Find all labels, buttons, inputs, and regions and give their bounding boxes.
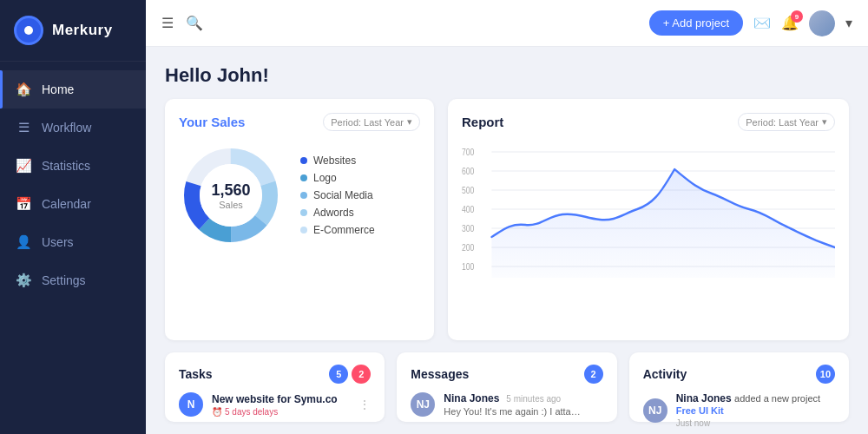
header-right: + Add project ✉️ 🔔 9 ▾ — [649, 10, 852, 36]
report-card-header: Report Period: Last Year ▾ — [462, 113, 835, 131]
chevron-down-icon[interactable]: ▾ — [845, 15, 852, 31]
activity-info: Nina Jones added a new project Free UI K… — [676, 392, 835, 428]
users-icon: 👤 — [16, 234, 31, 250]
workflow-icon: ☰ — [16, 120, 31, 135]
activity-card-title: Activity — [643, 367, 687, 381]
sidebar-item-home-label: Home — [42, 82, 74, 96]
avatar-image — [809, 10, 835, 36]
clock-icon: ⏰ — [212, 407, 222, 417]
sidebar-item-users-label: Users — [42, 235, 74, 249]
calendar-icon: 📅 — [16, 196, 31, 212]
page-title: Hello John! — [165, 64, 849, 87]
donut-container: 1,560 Sales Websites Logo — [179, 143, 420, 247]
sidebar-item-home[interactable]: 🏠 Home — [0, 70, 146, 108]
sales-period-label: Period: Last Year — [331, 117, 404, 128]
donut-center: 1,560 Sales — [211, 181, 250, 210]
tasks-badge-delayed: 2 — [352, 365, 371, 384]
task-title: New website for Symu.co — [212, 393, 350, 405]
svg-text:600: 600 — [462, 167, 474, 176]
sidebar-item-users[interactable]: 👤 Users — [0, 223, 146, 261]
sales-legend: Websites Logo Social Media Adwords — [300, 155, 375, 236]
legend-dot-social — [300, 192, 307, 199]
bottom-cards-row: Tasks 5 2 N New website for Symu.co ⏰ 5 … — [165, 352, 849, 422]
sales-period-selector[interactable]: Period: Last Year ▾ — [323, 113, 420, 131]
legend-dot-logo — [300, 174, 307, 181]
task-info: New website for Symu.co ⏰ 5 days delays — [212, 393, 350, 417]
legend-item-ecommerce: E-Commerce — [300, 224, 375, 236]
notifications-button[interactable]: 🔔 9 — [781, 15, 799, 31]
svg-text:500: 500 — [462, 186, 474, 195]
sidebar-item-calendar-label: Calendar — [42, 197, 91, 211]
svg-text:700: 700 — [462, 148, 474, 157]
legend-item-logo: Logo — [300, 172, 375, 184]
activity-card: Activity 10 NJ Nina Jones added a new pr… — [629, 352, 849, 422]
sales-card: Your Sales Period: Last Year ▾ — [165, 99, 434, 340]
report-period-label: Period: Last Year — [746, 117, 819, 128]
sales-period-chevron: ▾ — [407, 116, 412, 128]
activity-action: added a new project — [734, 393, 820, 404]
donut-label: Sales — [211, 200, 250, 210]
message-time: 5 minutes ago — [506, 394, 561, 404]
activity-time-text: Just now — [676, 418, 710, 428]
report-period-chevron: ▾ — [822, 116, 827, 128]
task-avatar: N — [179, 392, 203, 417]
activity-project: Free UI Kit — [676, 405, 724, 416]
task-menu-dots[interactable]: ⋮ — [358, 398, 371, 411]
header: ☰ 🔍 + Add project ✉️ 🔔 9 ▾ — [146, 0, 868, 47]
activity-text: Nina Jones added a new project Free UI K… — [676, 392, 835, 417]
report-card: Report Period: Last Year ▾ — [448, 99, 849, 340]
legend-item-adwords: Adwords — [300, 207, 375, 219]
legend-dot-ecommerce — [300, 227, 307, 233]
report-period-selector[interactable]: Period: Last Year ▾ — [738, 113, 835, 131]
settings-icon: ⚙️ — [16, 273, 31, 288]
add-project-label: + Add project — [663, 16, 729, 30]
sidebar-item-workflow[interactable]: ☰ Workflow — [0, 108, 146, 147]
legend-label-logo: Logo — [313, 172, 337, 184]
message-preview: Hey You! It's me again :) I attached new… — [444, 406, 582, 417]
legend-label-adwords: Adwords — [313, 207, 354, 219]
sidebar-item-settings[interactable]: ⚙️ Settings — [0, 261, 146, 299]
mail-icon[interactable]: ✉️ — [753, 15, 771, 31]
tasks-card-header: Tasks 5 2 — [179, 365, 371, 384]
donut-chart: 1,560 Sales — [179, 143, 283, 247]
header-left: ☰ 🔍 — [161, 15, 637, 31]
svg-text:100: 100 — [462, 262, 474, 272]
tasks-badge-open: 5 — [329, 365, 348, 384]
sidebar-item-calendar[interactable]: 📅 Calendar — [0, 185, 146, 223]
svg-text:400: 400 — [462, 205, 474, 214]
notification-badge: 9 — [791, 10, 803, 23]
message-avatar: NJ — [411, 392, 435, 417]
tasks-item: N New website for Symu.co ⏰ 5 days delay… — [179, 392, 371, 417]
task-delay-text: 5 days delays — [225, 407, 278, 417]
tasks-card-title: Tasks — [179, 367, 213, 381]
activity-badge: 10 — [816, 365, 835, 384]
legend-dot-adwords — [300, 209, 307, 216]
sidebar-item-settings-label: Settings — [42, 273, 86, 287]
task-delay: ⏰ 5 days delays — [212, 407, 350, 417]
search-icon[interactable]: 🔍 — [186, 15, 203, 31]
logo-text: Merkury — [52, 22, 113, 39]
sidebar-logo[interactable]: Merkury — [0, 0, 146, 62]
messages-card-header: Messages 2 — [411, 365, 602, 384]
avatar[interactable] — [809, 10, 835, 36]
main-area: ☰ 🔍 + Add project ✉️ 🔔 9 ▾ Hello John! — [146, 0, 868, 434]
sidebar-item-statistics[interactable]: 📈 Statistics — [0, 147, 146, 185]
statistics-icon: 📈 — [16, 158, 31, 174]
menu-toggle-icon[interactable]: ☰ — [161, 15, 174, 31]
content-area: Hello John! Your Sales Period: Last Year… — [146, 47, 868, 434]
add-project-button[interactable]: + Add project — [649, 10, 743, 36]
donut-number: 1,560 — [211, 181, 250, 200]
legend-dot-websites — [300, 157, 307, 164]
top-cards-row: Your Sales Period: Last Year ▾ — [165, 99, 849, 340]
messages-card-title: Messages — [411, 367, 469, 381]
sidebar-item-workflow-label: Workflow — [42, 121, 91, 135]
svg-text:200: 200 — [462, 243, 474, 253]
legend-label-websites: Websites — [313, 155, 356, 167]
activity-time: Just now — [676, 418, 835, 428]
activity-card-header: Activity 10 — [643, 365, 835, 384]
tasks-card: Tasks 5 2 N New website for Symu.co ⏰ 5 … — [165, 352, 385, 422]
messages-card: Messages 2 NJ Nina Jones 5 minutes ago H… — [397, 352, 616, 422]
logo-icon — [14, 16, 43, 45]
legend-label-ecommerce: E-Commerce — [313, 224, 375, 236]
home-icon: 🏠 — [16, 82, 31, 97]
